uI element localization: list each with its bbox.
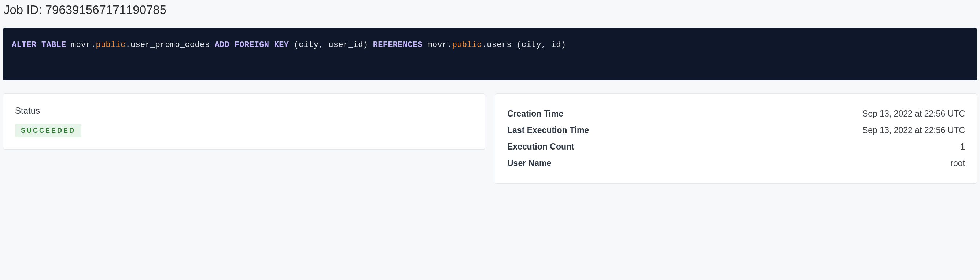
sql-statement-block: ALTER TABLE movr.public.user_promo_codes… [3,28,977,80]
status-card: Status SUCCEEDED [3,94,485,150]
sql-token: . [91,40,96,49]
page-title: Job ID: 796391567171190785 [3,3,977,17]
detail-key: Last Execution Time [507,125,589,135]
detail-row: Last Execution TimeSep 13, 2022 at 22:56… [507,122,965,138]
status-label: Status [15,105,473,116]
detail-row: Creation TimeSep 13, 2022 at 22:56 UTC [507,105,965,122]
sql-token: public [452,40,482,49]
sql-token: ALTER TABLE [12,40,66,49]
sql-token: movr [423,40,447,49]
details-card: Creation TimeSep 13, 2022 at 22:56 UTCLa… [495,94,977,184]
detail-value: root [950,158,965,168]
status-badge: SUCCEEDED [15,124,81,137]
sql-token: movr [66,40,91,49]
sql-token: ADD FOREIGN KEY [215,40,289,49]
page-title-prefix: Job ID: [4,3,45,16]
sql-token: REFERENCES [373,40,423,49]
detail-key: Creation Time [507,109,563,119]
sql-token: . [482,40,487,49]
detail-key: Execution Count [507,142,574,152]
detail-row: Execution Count1 [507,138,965,155]
sql-token: public [96,40,126,49]
sql-token: users (city, id) [487,40,566,49]
detail-row: User Nameroot [507,155,965,172]
detail-value: Sep 13, 2022 at 22:56 UTC [862,109,965,119]
detail-value: 1 [960,142,965,152]
sql-token: user_promo_codes [130,40,215,49]
sql-token: . [447,40,452,49]
job-id-value: 796391567171190785 [45,3,166,16]
sql-token: . [126,40,131,49]
cards-row: Status SUCCEEDED Creation TimeSep 13, 20… [3,94,977,184]
detail-key: User Name [507,158,551,168]
sql-token: (city, user_id) [289,40,373,49]
detail-value: Sep 13, 2022 at 22:56 UTC [862,125,965,135]
